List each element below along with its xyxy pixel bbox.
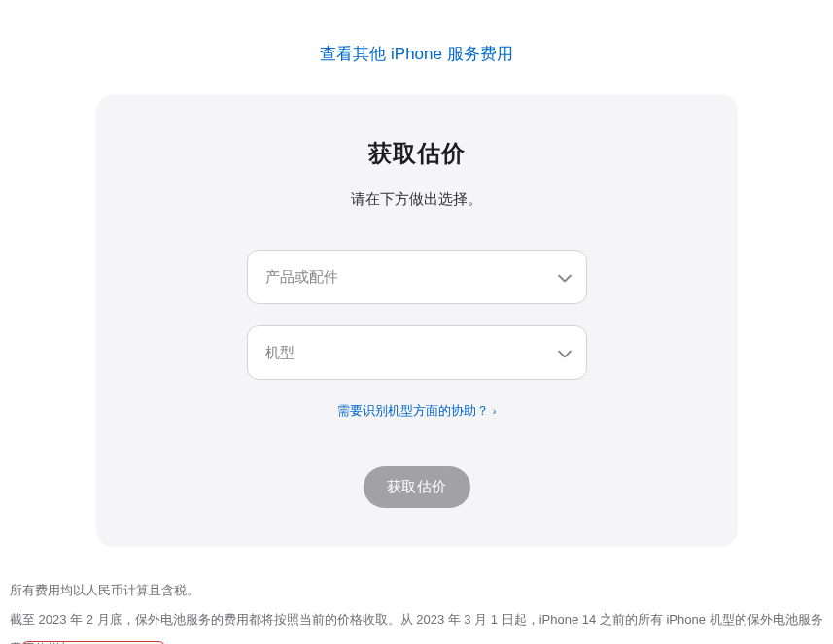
help-link-label: 需要识别机型方面的协助？ (337, 403, 489, 418)
other-iphone-service-fee-link[interactable]: 查看其他 iPhone 服务费用 (320, 45, 512, 63)
chevron-down-icon (558, 269, 572, 286)
model-select[interactable]: 机型 (247, 325, 587, 380)
chevron-right-icon: › (493, 405, 497, 417)
model-select-placeholder: 机型 (265, 344, 295, 362)
product-select-placeholder: 产品或配件 (265, 268, 338, 287)
product-select[interactable]: 产品或配件 (247, 250, 587, 304)
get-estimate-button[interactable]: 获取估价 (364, 466, 470, 508)
identify-model-help-link[interactable]: 需要识别机型方面的协助？› (337, 403, 497, 418)
chevron-down-icon (558, 345, 572, 361)
card-title: 获取估价 (155, 138, 679, 169)
footer-price-notice: 截至 2023 年 2 月底，保外电池服务的费用都将按照当前的价格收取。从 20… (0, 605, 833, 644)
estimate-card: 获取估价 请在下方做出选择。 产品或配件 机型 需要识别机型方面的协助？› 获取… (96, 94, 738, 547)
card-subtitle: 请在下方做出选择。 (155, 190, 679, 209)
footer-tax-note: 所有费用均以人民币计算且含税。 (0, 547, 833, 605)
